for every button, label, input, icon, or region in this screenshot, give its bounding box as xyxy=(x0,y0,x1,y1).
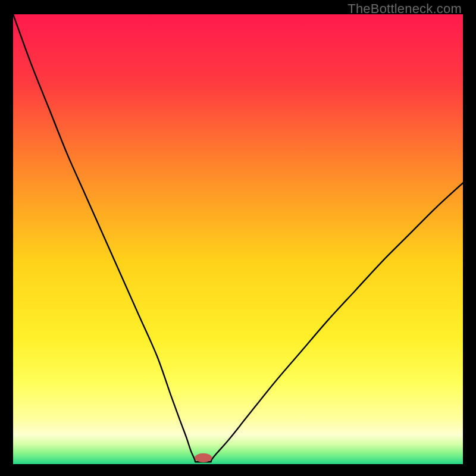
plot-area xyxy=(13,14,463,464)
chart-svg xyxy=(13,14,463,464)
gradient-background xyxy=(13,14,463,464)
chart-frame: TheBottleneck.com xyxy=(0,0,476,476)
optimal-point-marker xyxy=(195,453,212,462)
